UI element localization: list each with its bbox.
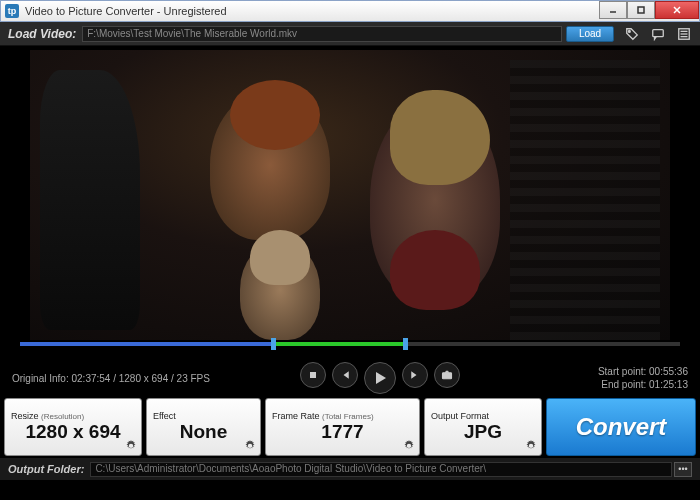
controls-row: Original Info: 02:37:54 / 1280 x 694 / 2… (0, 360, 700, 396)
end-point-label: End point: (601, 379, 649, 390)
convert-button[interactable]: Convert (546, 398, 696, 456)
range-end-handle[interactable] (403, 338, 408, 350)
tag-icon[interactable] (624, 26, 640, 42)
video-preview (0, 46, 700, 360)
timeline-track[interactable] (20, 342, 680, 346)
range-points: Start point: 00:55:36 End point: 01:25:1… (548, 365, 688, 391)
prev-frame-button[interactable] (332, 362, 358, 388)
svg-rect-10 (310, 372, 316, 378)
app-icon: tp (5, 4, 19, 18)
resize-value: 1280 x 694 (11, 421, 135, 443)
load-video-label: Load Video: (8, 27, 76, 41)
load-bar: Load Video: F:\Movies\Test Movie\The Mis… (0, 22, 700, 46)
video-frame[interactable] (30, 50, 670, 340)
original-info-label: Original Info: (12, 373, 71, 384)
output-folder-label: Output Folder: (8, 463, 84, 475)
maximize-button[interactable] (627, 1, 655, 19)
timeline-range (271, 342, 403, 346)
load-button[interactable]: Load (566, 26, 614, 42)
original-info-value: 02:37:54 / 1280 x 694 / 23 FPS (71, 373, 209, 384)
effect-value: None (153, 421, 254, 443)
titlebar: tp Video to Picture Converter - Unregist… (0, 0, 700, 22)
output-folder-input[interactable]: C:\Users\Administrator\Documents\AoaoPho… (90, 462, 672, 477)
output-format-value: JPG (431, 421, 535, 443)
video-path-input[interactable]: F:\Movies\Test Movie\The Miserable World… (82, 26, 562, 42)
gear-icon[interactable] (125, 440, 137, 452)
close-button[interactable] (655, 1, 699, 19)
window-controls (599, 1, 699, 19)
timeline[interactable] (20, 342, 680, 352)
output-folder-bar: Output Folder: C:\Users\Administrator\Do… (0, 458, 700, 480)
range-start-handle[interactable] (271, 338, 276, 350)
svg-point-4 (629, 30, 631, 32)
start-point-value: 00:55:36 (649, 366, 688, 377)
effect-title: Effect (153, 411, 254, 421)
stop-button[interactable] (300, 362, 326, 388)
original-info: Original Info: 02:37:54 / 1280 x 694 / 2… (12, 373, 212, 384)
list-icon[interactable] (676, 26, 692, 42)
end-point-value: 01:25:13 (649, 379, 688, 390)
resize-panel[interactable]: Resize (Resolution) 1280 x 694 (4, 398, 142, 456)
next-frame-button[interactable] (402, 362, 428, 388)
svg-rect-5 (653, 29, 664, 36)
settings-panels: Resize (Resolution) 1280 x 694 Effect No… (0, 396, 700, 458)
gear-icon[interactable] (403, 440, 415, 452)
resize-title: Resize (11, 411, 39, 421)
svg-rect-1 (638, 7, 644, 13)
framerate-panel[interactable]: Frame Rate (Total Frames) 1777 (265, 398, 420, 456)
gear-icon[interactable] (244, 440, 256, 452)
framerate-subtitle: (Total Frames) (322, 412, 374, 421)
output-format-title: Output Format (431, 411, 535, 421)
gear-icon[interactable] (525, 440, 537, 452)
timeline-played (20, 342, 271, 346)
playback-controls (212, 362, 548, 394)
browse-folder-button[interactable]: ••• (674, 462, 692, 477)
start-point-label: Start point: (598, 366, 649, 377)
minimize-button[interactable] (599, 1, 627, 19)
effect-panel[interactable]: Effect None (146, 398, 261, 456)
window-title: Video to Picture Converter - Unregistere… (25, 5, 599, 17)
output-format-panel[interactable]: Output Format JPG (424, 398, 542, 456)
comment-icon[interactable] (650, 26, 666, 42)
snapshot-button[interactable] (434, 362, 460, 388)
play-button[interactable] (364, 362, 396, 394)
framerate-title: Frame Rate (272, 411, 320, 421)
resize-subtitle: (Resolution) (41, 412, 84, 421)
svg-point-12 (446, 374, 449, 377)
framerate-value: 1777 (272, 421, 413, 443)
